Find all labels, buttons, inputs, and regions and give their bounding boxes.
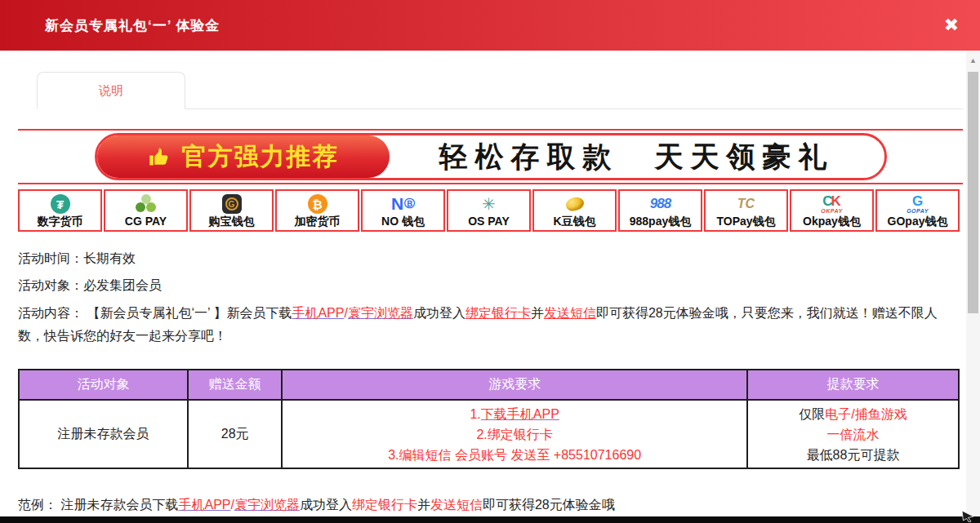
requirement-line: 仅限电子/捕鱼游戏 xyxy=(748,404,958,424)
modal-title: 新会员专属礼包‘一’ 体验金 xyxy=(45,16,220,35)
inline-link[interactable]: 发送短信 xyxy=(544,306,596,320)
payment-cell-goubao: G 购宝钱包 xyxy=(189,189,274,232)
payment-methods-row: ₮ 数字货币 CG PAY G 购宝钱包 ₿ 加密货币 NⒷ NO 钱包 ✳ O… xyxy=(18,189,960,232)
payment-label: NO 钱包 xyxy=(381,215,425,228)
payment-cell-gopay: G GOPAY GOpay钱包 xyxy=(875,189,960,232)
payment-label: 988pay钱包 xyxy=(630,215,691,228)
payment-label: Okpay钱包 xyxy=(803,215,861,228)
okpay-icon: CK OKPAY xyxy=(821,193,842,215)
promo-banner: 官方强力推荐 轻松存取款 天天领豪礼 xyxy=(95,133,887,180)
text-segment: 并 xyxy=(417,498,430,512)
tab-shuoming[interactable]: 说明 xyxy=(37,72,185,109)
inline-link[interactable]: 寰宇浏览器 xyxy=(234,498,300,512)
text-segment: 并 xyxy=(531,306,544,320)
payment-label: OS PAY xyxy=(468,215,510,228)
cell-target: 注册未存款会员 xyxy=(19,400,188,468)
activity-target-label: 活动对象： xyxy=(18,278,83,292)
requirement-line: 最低88元可提款 xyxy=(748,445,958,465)
cell-amount: 28元 xyxy=(188,400,282,468)
ospay-icon: ✳ xyxy=(482,194,496,214)
col-header-amount: 赠送金额 xyxy=(188,370,282,400)
kdou-bean-icon xyxy=(564,195,585,212)
no-wallet-icon: NⒷ xyxy=(391,193,415,215)
payment-cell-988pay: 988 988pay钱包 xyxy=(618,189,702,232)
table-row: 注册未存款会员 28元 1.下载手机APP2.绑定银行卡3.编辑短信 会员账号 … xyxy=(19,400,959,468)
text-segment: 1. xyxy=(470,407,480,421)
modal-header: 新会员专属礼包‘一’ 体验金 ✖ xyxy=(0,0,980,51)
scrollbar-track[interactable]: ▲ xyxy=(966,51,980,516)
example-line: 范例： 注册未存款会员下载手机APP/寰宇浏览器成功登入绑定银行卡并发送短信即可… xyxy=(18,494,960,516)
col-header-target: 活动对象 xyxy=(19,370,188,400)
activity-target-value: 必发集团会员 xyxy=(83,278,162,292)
text-segment: 成功登入 xyxy=(300,498,352,512)
inline-link[interactable]: 下载手机APP xyxy=(481,407,559,421)
activity-details: 活动时间：长期有效 活动对象：必发集团会员 活动内容： 【新会员专属礼包‘一’ … xyxy=(18,248,963,348)
activity-content-paragraph: 活动内容： 【新会员专属礼包‘一’ 】新会员下载手机APP/寰宇浏览器成功登入绑… xyxy=(18,302,960,348)
promo-table: 活动对象 赠送金额 游戏要求 提款要求 注册未存款会员 28元 1.下载手机AP… xyxy=(18,369,960,469)
promo-banner-section: 官方强力推荐 轻松存取款 天天领豪礼 xyxy=(18,129,963,184)
goubao-wallet-icon: G xyxy=(222,194,242,214)
topay-icon: TC xyxy=(737,197,755,211)
cell-withdraw-requirements: 仅限电子/捕鱼游戏一倍流水最低88元可提款 xyxy=(747,400,959,468)
col-header-game-req: 游戏要求 xyxy=(282,370,747,400)
tether-icon: ₮ xyxy=(51,194,70,214)
payment-cell-ospay: ✳ OS PAY xyxy=(447,189,531,232)
tab-bar: 说明 xyxy=(37,72,963,109)
requirement-line: 2.绑定银行卡 xyxy=(283,424,746,445)
text-segment: 2.绑定银行卡 xyxy=(476,428,552,441)
inline-link[interactable]: 手机APP xyxy=(292,306,344,320)
payment-cell-kdou: K豆钱包 xyxy=(532,189,617,232)
text-segment: 一倍流水 xyxy=(827,428,880,441)
close-icon[interactable]: ✖ xyxy=(939,13,964,38)
banner-headline: 轻松存取款 天天领豪礼 xyxy=(390,138,884,176)
badge-label: 官方强力推荐 xyxy=(182,140,339,174)
activity-time-label: 活动时间： xyxy=(18,251,83,265)
text-segment: 活动内容： 【新会员专属礼包‘一’ 】新会员下载 xyxy=(18,306,292,320)
payment-label: CG PAY xyxy=(125,215,167,228)
payment-cell-okpay: CK OKPAY Okpay钱包 xyxy=(790,189,874,232)
requirement-line: 3.编辑短信 会员账号 发送至 +85510716690 xyxy=(283,445,746,465)
inline-link[interactable]: 寰宇浏览器 xyxy=(348,306,413,320)
bitcoin-icon: ₿ xyxy=(308,194,327,214)
modal-body: 说明 官方强力推荐 轻松存取款 天天领豪礼 ₮ 数字货币 CG PAY G 购宝… xyxy=(0,51,966,516)
scroll-up-arrow-icon[interactable]: ▲ xyxy=(966,51,980,64)
payment-label: 购宝钱包 xyxy=(209,215,255,228)
text-segment: 成功登入 xyxy=(413,306,466,320)
activity-target-line: 活动对象：必发集团会员 xyxy=(18,275,963,296)
table-header-row: 活动对象 赠送金额 游戏要求 提款要求 xyxy=(19,370,959,400)
thumbs-up-icon xyxy=(148,144,172,169)
payment-cell-cgpay: CG PAY xyxy=(104,189,188,232)
activity-time-value: 长期有效 xyxy=(83,251,136,265)
cgpay-icon xyxy=(136,194,157,214)
text-segment: 最低88元可提款 xyxy=(807,448,900,462)
cell-game-requirements: 1.下载手机APP2.绑定银行卡3.编辑短信 会员账号 发送至 +8551071… xyxy=(282,400,747,468)
divider-line-bottom xyxy=(18,183,963,184)
divider-line-top xyxy=(18,129,963,131)
payment-cell-topay: TC TOPay钱包 xyxy=(704,189,788,232)
payment-label: K豆钱包 xyxy=(553,215,595,228)
col-header-withdraw-req: 提款要求 xyxy=(747,370,959,400)
text-segment: 3.编辑短信 会员账号 发送至 +85510716690 xyxy=(388,448,641,462)
gopay-icon: G GOPAY xyxy=(906,193,929,215)
payment-label: 数字货币 xyxy=(38,215,83,228)
text-segment: 仅限 xyxy=(799,407,825,421)
mouse-cursor-icon xyxy=(961,510,976,522)
payment-label: TOPay钱包 xyxy=(716,215,775,228)
text-segment: 发送短信 xyxy=(430,498,483,512)
requirement-line: 一倍流水 xyxy=(748,424,958,445)
text-segment: 范例： 注册未存款会员下载 xyxy=(18,498,178,512)
payment-cell-tether: ₮ 数字货币 xyxy=(18,189,102,232)
text-segment: 电子/捕鱼游戏 xyxy=(825,407,906,421)
payment-cell-bitcoin: ₿ 加密货币 xyxy=(275,189,359,232)
bottom-edge-bar xyxy=(0,516,980,523)
requirement-line: 1.下载手机APP xyxy=(283,404,746,424)
inline-link[interactable]: 手机APP xyxy=(178,498,230,512)
inline-link[interactable]: 绑定银行卡 xyxy=(466,306,531,320)
text-segment: 绑定银行卡 xyxy=(352,498,417,512)
scrollbar-thumb[interactable] xyxy=(968,72,978,313)
payment-label: GOpay钱包 xyxy=(888,215,948,228)
payment-cell-no-wallet: NⒷ NO 钱包 xyxy=(361,189,445,232)
official-recommend-badge: 官方强力推荐 xyxy=(97,135,390,178)
activity-time-line: 活动时间：长期有效 xyxy=(18,248,963,269)
988pay-icon: 988 xyxy=(650,196,670,212)
